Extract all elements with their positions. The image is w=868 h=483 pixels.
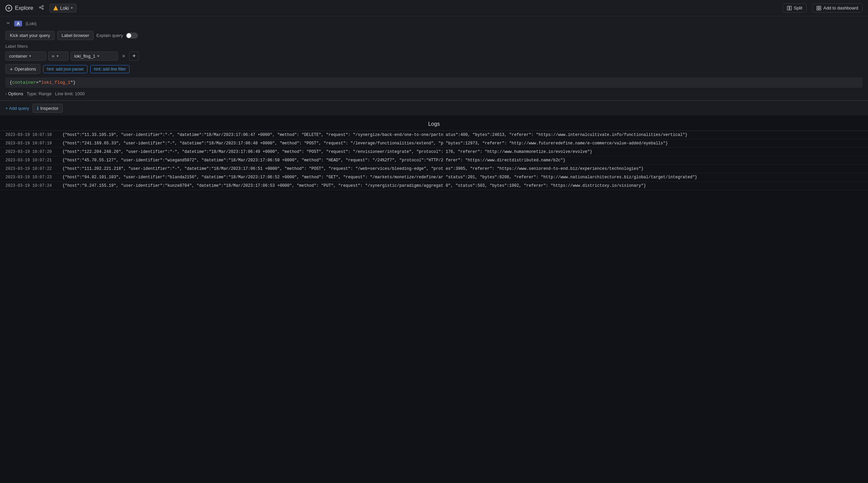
options-row: › Options Type: Range Line limit: 1000 xyxy=(5,91,863,96)
datasource-label: Loki xyxy=(60,5,69,11)
query-datasource-tag: (Loki) xyxy=(25,21,37,26)
logs-container: Logs 2023-03-19 10:07:18 {"host":"11.33.… xyxy=(0,116,868,483)
datasource-selector[interactable]: Loki ▾ xyxy=(50,4,77,13)
options-label: Options xyxy=(8,91,23,96)
nav-right-actions: Split Add to dashboard xyxy=(783,3,863,13)
filter-value-chevron: ▾ xyxy=(97,54,99,58)
log-timestamp: 2023-03-19 10:07:24 xyxy=(5,183,60,189)
log-timestamp: 2023-03-19 10:07:18 xyxy=(5,132,60,138)
svg-rect-7 xyxy=(817,6,818,8)
inspector-button[interactable]: ℹ Inspector xyxy=(33,104,63,113)
log-entry: 2023-03-19 10:07:24 {"host":"9.247.155.1… xyxy=(0,182,868,190)
filter-value-text: loki_flog_1 xyxy=(74,54,95,59)
top-nav: ⊕ Explore Loki ▾ Split xyxy=(0,0,868,16)
loki-icon xyxy=(53,6,58,11)
main-content: A (Loki) Kick start your query Label bro… xyxy=(0,16,868,483)
log-content: {"host":"241.169.65.33", "user-identifie… xyxy=(62,140,668,146)
filter-operator-select[interactable]: = ▾ xyxy=(48,52,68,61)
svg-rect-10 xyxy=(819,8,821,10)
split-icon xyxy=(787,6,792,11)
collapse-icon xyxy=(5,20,11,26)
line-limit-label: Line limit: 1000 xyxy=(55,91,84,96)
add-to-dash-label: Add to dashboard xyxy=(823,5,858,11)
log-entry: 2023-03-19 10:07:19 {"host":"241.169.65.… xyxy=(0,139,868,148)
log-content: {"host":"122.204.248.26", "user-identifi… xyxy=(62,149,592,155)
query-actions: Kick start your query Label browser Expl… xyxy=(5,31,863,40)
filter-operator-chevron: ▾ xyxy=(57,54,59,58)
log-timestamp: 2023-03-19 10:07:19 xyxy=(5,140,60,146)
share-button[interactable] xyxy=(37,3,45,13)
inspector-icon: ℹ xyxy=(37,106,39,111)
app-title: Explore xyxy=(15,5,33,11)
filter-key-value: container xyxy=(9,54,27,59)
log-timestamp: 2023-03-19 10:07:21 xyxy=(5,157,60,163)
dashboard-icon xyxy=(816,6,821,11)
filter-key-chevron: ▾ xyxy=(29,54,31,58)
log-entry: 2023-03-19 10:07:22 {"host":"111.202.221… xyxy=(0,165,868,173)
datasource-chevron: ▾ xyxy=(71,6,73,10)
qs-equals: =" xyxy=(36,80,41,85)
query-bottom-bar: + Add query ℹ Inspector xyxy=(0,101,868,116)
log-entry: 2023-03-19 10:07:21 {"host":"45.70.55.12… xyxy=(0,156,868,165)
close-brace: } xyxy=(73,80,76,85)
query-header: A (Loki) xyxy=(5,20,863,27)
qs-key: container xyxy=(12,80,36,85)
log-entry: 2023-03-19 10:07:20 {"host":"122.204.248… xyxy=(0,148,868,156)
qs-value: loki_flog_1 xyxy=(41,80,71,85)
log-timestamp: 2023-03-19 10:07:20 xyxy=(5,149,60,155)
svg-point-0 xyxy=(42,5,43,7)
query-panel: A (Loki) Kick start your query Label bro… xyxy=(0,16,868,101)
log-entry: 2023-03-19 10:07:18 {"host":"11.33.105.1… xyxy=(0,131,868,139)
hint-json-parser-button[interactable]: hint: add json parser xyxy=(43,65,87,73)
log-timestamp: 2023-03-19 10:07:23 xyxy=(5,174,60,180)
explain-query-label: Explain query xyxy=(96,33,123,38)
explain-query-toggle: Explain query xyxy=(96,31,138,40)
filter-row: container ▾ = ▾ loki_flog_1 ▾ × + xyxy=(5,52,863,61)
svg-point-2 xyxy=(42,8,43,9)
collapse-button[interactable] xyxy=(5,20,11,27)
logs-title: Logs xyxy=(0,116,868,131)
options-toggle[interactable]: › Options xyxy=(5,91,23,96)
split-label: Split xyxy=(794,5,802,11)
query-string-display: {container="loki_flog_1"} xyxy=(5,77,863,88)
svg-rect-8 xyxy=(819,6,821,8)
open-brace: { xyxy=(9,80,12,85)
filter-remove-button[interactable]: × xyxy=(120,53,127,60)
options-arrow: › xyxy=(5,92,7,96)
log-content: {"host":"11.33.105.19", "user-identifier… xyxy=(62,132,688,138)
query-type-label: Type: Range xyxy=(26,91,52,96)
log-content: {"host":"111.202.221.218", "user-identif… xyxy=(62,166,644,172)
operations-label: Operations xyxy=(15,66,36,72)
toggle-knob xyxy=(126,33,131,38)
add-to-dashboard-button[interactable]: Add to dashboard xyxy=(812,3,863,13)
share-icon xyxy=(39,5,44,10)
log-content: {"host":"9.247.155.19", "user-identifier… xyxy=(62,183,646,189)
filter-key-select[interactable]: container ▾ xyxy=(5,52,46,61)
label-filters-title: Label filters xyxy=(5,44,863,49)
explain-query-switch[interactable] xyxy=(126,33,138,39)
app-logo: ⊕ Explore xyxy=(5,5,33,12)
svg-point-1 xyxy=(39,7,41,8)
svg-rect-5 xyxy=(787,6,789,10)
filter-value-select[interactable]: loki_flog_1 ▾ xyxy=(71,52,118,61)
hint-line-filter-button[interactable]: hint: add line filter xyxy=(90,65,130,73)
svg-line-3 xyxy=(41,6,42,7)
log-timestamp: 2023-03-19 10:07:22 xyxy=(5,166,60,172)
svg-rect-6 xyxy=(790,6,791,10)
filter-add-button[interactable]: + xyxy=(129,52,139,61)
explore-icon: ⊕ xyxy=(5,5,12,12)
label-browser-button[interactable]: Label browser xyxy=(57,31,94,40)
log-content: {"host":"94.82.101.103", "user-identifie… xyxy=(62,174,697,180)
log-entry: 2023-03-19 10:07:23 {"host":"94.82.101.1… xyxy=(0,173,868,182)
svg-rect-9 xyxy=(817,8,818,10)
operations-button[interactable]: + Operations xyxy=(5,64,40,74)
add-query-button[interactable]: + Add query xyxy=(5,106,29,111)
filter-operator-value: = xyxy=(52,54,55,59)
split-button[interactable]: Split xyxy=(783,3,807,13)
logs-list: 2023-03-19 10:07:18 {"host":"11.33.105.1… xyxy=(0,131,868,190)
operations-row: + Operations hint: add json parser hint:… xyxy=(5,64,863,74)
kick-start-button[interactable]: Kick start your query xyxy=(5,31,55,40)
svg-line-4 xyxy=(41,8,42,8)
plus-icon: + xyxy=(10,66,13,72)
inspector-label: Inspector xyxy=(40,106,58,111)
